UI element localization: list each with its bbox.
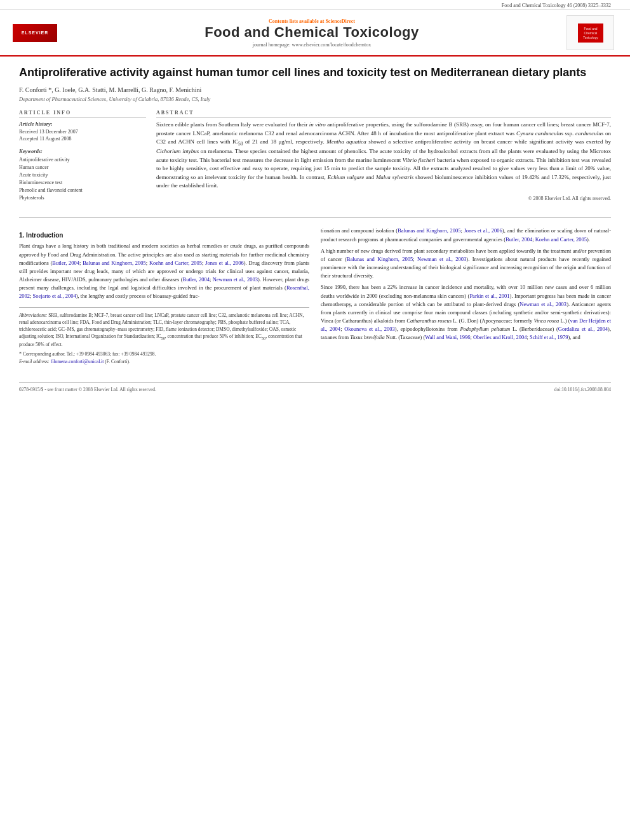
- intro-paragraph-1: Plant drugs have a long history in both …: [19, 242, 309, 300]
- footnotes-box: Abbreviations: SRB, sulforodamine B; MCF…: [19, 307, 309, 366]
- ref-koehn-2005[interactable]: Koehn and Carter, 2005: [149, 260, 202, 266]
- ref-butler-2004b[interactable]: Butler, 2004: [183, 276, 210, 283]
- affiliation: Department of Pharmaceutical Sciences, U…: [19, 96, 611, 102]
- journal-header-center: Contents lists available at ScienceDirec…: [57, 18, 566, 48]
- copyright: © 2008 Elsevier Ltd. All rights reserved…: [156, 196, 611, 201]
- keyword-2: Human cancer: [19, 164, 146, 171]
- abstract-text: Sixteen edible plants from Southern Ital…: [156, 121, 611, 190]
- authors: F. Conforti *, G. Ioele, G.A. Statti, M.…: [19, 86, 611, 93]
- abstract-label: ABSTRACT: [156, 110, 611, 117]
- intro-heading: 1. Introduction: [19, 232, 309, 239]
- bottom-copyright: 0278-6915/$ - see front matter © 2008 El…: [19, 387, 156, 392]
- elsevier-text: ELSEVIER: [22, 30, 49, 35]
- article-history: Article history: Received 13 December 20…: [19, 121, 146, 142]
- body-right: tionation and compound isolation (Baluna…: [321, 227, 611, 366]
- ref-soejarto-2004[interactable]: Soejarto et al., 2004: [33, 293, 76, 299]
- received-date: Received 13 December 2007: [19, 129, 146, 135]
- journal-logo-icon: Food and Chemical Toxicology: [578, 23, 603, 43]
- citation-text: Food and Chemical Toxicology 46 (2008) 3…: [502, 3, 611, 8]
- sciencedirect-prefix: Contents lists available at: [269, 18, 325, 24]
- svg-text:Chemical: Chemical: [584, 31, 597, 35]
- ref-newman-2003[interactable]: Newman et al., 2003: [213, 276, 258, 283]
- ref-oberlies-2004[interactable]: Oberlies and Kroll, 2004: [473, 334, 527, 340]
- main-content: Antiproliferative activity against human…: [0, 57, 630, 376]
- journal-title: Food and Chemical Toxicology: [57, 24, 566, 41]
- ref-newman-2003c[interactable]: Newman et al., 2003: [519, 301, 566, 307]
- intro-paragraph-4: Since 1990, there has been a 22% increas…: [321, 283, 611, 342]
- ref-wall-wani-1996[interactable]: Wall and Wani, 1996: [425, 334, 470, 340]
- bottom-doi: doi:10.1016/j.fct.2008.08.004: [554, 387, 611, 392]
- journal-logo-area: Food and Chemical Toxicology: [566, 15, 617, 50]
- keyword-3: Acute toxicity: [19, 171, 146, 179]
- keyword-1: Antiproliferative activity: [19, 156, 146, 164]
- keywords-label: Keywords:: [19, 148, 146, 154]
- ref-parkin-2001[interactable]: Parkin et al., 2001: [469, 293, 509, 299]
- ref-koehn-2005b[interactable]: Koehn and Carter, 2005: [535, 236, 587, 243]
- keywords-list: Antiproliferative activity Human cancer …: [19, 156, 146, 202]
- body-content: 1. Introduction Plant drugs have a long …: [19, 227, 611, 366]
- intro-paragraph-3: A high number of new drugs derived from …: [321, 247, 611, 281]
- article-title: Antiproliferative activity against human…: [19, 65, 611, 80]
- bottom-bar: 0278-6915/$ - see front matter © 2008 El…: [19, 382, 611, 396]
- left-col: ARTICLE INFO Article history: Received 1…: [19, 110, 146, 208]
- accepted-date: Accepted 11 August 2008: [19, 136, 146, 142]
- ref-butler-2004[interactable]: Butler, 2004: [52, 260, 79, 266]
- journal-logo-box: Food and Chemical Toxicology: [566, 15, 614, 50]
- email-link[interactable]: filomena.conforti@unical.it: [51, 359, 104, 364]
- keyword-4: Bioluminescence test: [19, 179, 146, 187]
- svg-text:Food and: Food and: [584, 27, 597, 30]
- keywords-section: Keywords: Antiproliferative activity Hum…: [19, 148, 146, 202]
- svg-text:Toxicology: Toxicology: [583, 36, 598, 39]
- ref-jones-2006b[interactable]: Jones et al., 2006: [464, 227, 502, 234]
- abbreviations-label: Abbreviations: SRB, sulforodamine B; MCF…: [19, 312, 309, 349]
- keyword-5: Phenolic and flavonoid content: [19, 187, 146, 194]
- corresponding-author-note: * Corresponding author. Tel.: +39 0984 4…: [19, 350, 309, 365]
- ref-okouneva-2003[interactable]: Okouneva et al., 2003: [344, 326, 395, 332]
- page: Food and Chemical Toxicology 46 (2008) 3…: [0, 0, 630, 840]
- sciencedirect-link: Contents lists available at ScienceDirec…: [57, 18, 566, 24]
- journal-citation: Food and Chemical Toxicology 46 (2008) 3…: [0, 0, 630, 10]
- article-info-abstract: ARTICLE INFO Article history: Received 1…: [19, 110, 611, 208]
- divider: [19, 217, 611, 218]
- keyword-6: Phytosterols: [19, 194, 146, 202]
- ref-newman-2003b[interactable]: Newman et al., 2003: [417, 256, 466, 262]
- ref-balunas-2005[interactable]: Balunas and Kinghorn, 2005: [83, 260, 146, 266]
- ref-butler-2004c[interactable]: Butler, 2004: [506, 236, 532, 243]
- ref-balunas-2005c[interactable]: Balunas and Kinghorn, 2005: [347, 256, 413, 262]
- history-label: Article history:: [19, 121, 146, 127]
- ref-jones-2006[interactable]: Jones et al., 2006: [205, 260, 244, 266]
- right-col: ABSTRACT Sixteen edible plants from Sout…: [156, 110, 611, 208]
- body-left: 1. Introduction Plant drugs have a long …: [19, 227, 309, 366]
- ref-gordaliza-2004[interactable]: Gordaliza et al., 2004: [558, 326, 608, 332]
- ref-schiff-1979[interactable]: Schiff et al., 1979: [530, 334, 568, 340]
- ref-balunas-2005b[interactable]: Balunas and Kinghorn, 2005: [398, 227, 460, 234]
- article-info-label: ARTICLE INFO: [19, 110, 146, 117]
- elsevier-logo: ELSEVIER: [13, 24, 57, 42]
- journal-header: ELSEVIER Contents lists available at Sci…: [0, 10, 630, 57]
- elsevier-logo-box: ELSEVIER: [13, 24, 57, 42]
- intro-paragraph-2: tionation and compound isolation (Baluna…: [321, 227, 611, 243]
- journal-homepage: journal homepage: www.elsevier.com/locat…: [57, 42, 566, 48]
- sciencedirect-name[interactable]: ScienceDirect: [325, 18, 355, 24]
